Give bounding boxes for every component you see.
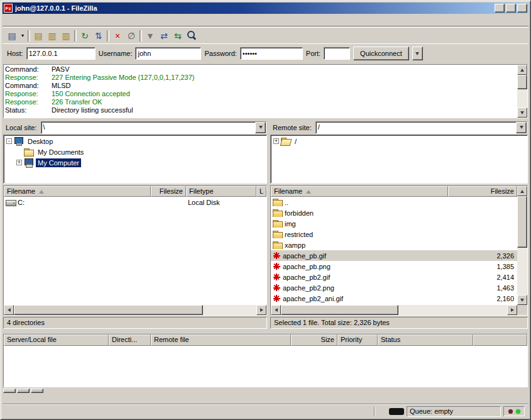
site-manager-icon[interactable]: ▤ [5,29,19,43]
queue-header: Server/Local fileDirecti...Remote fileSi… [4,334,527,346]
toggle-remote-tree-icon[interactable]: ▥ [59,29,73,43]
speed-limit-indicator-icon[interactable] [389,408,404,415]
maximize-button[interactable] [506,4,516,13]
scrollbar-track[interactable] [281,305,507,315]
compare-icon[interactable]: ⇄ [157,29,171,43]
scrollbar-track[interactable] [14,305,256,315]
menu-help[interactable] [63,18,73,22]
log-vertical-scrollbar[interactable] [517,65,527,118]
scrollbar-thumb[interactable] [517,196,527,248]
menu-transfer[interactable] [33,18,43,22]
file-row[interactable]: restricted [271,229,517,240]
tree-item-my-computer[interactable]: + My Computer [4,157,266,168]
password-input[interactable] [240,47,303,60]
local-site-value[interactable]: \ [41,122,255,133]
menu-server[interactable] [43,18,53,22]
column-priority[interactable]: Priority [337,334,378,346]
tree-expander[interactable]: + [273,138,279,144]
scroll-left-button[interactable] [4,305,14,315]
column-last-modified[interactable]: L [256,186,266,197]
refresh-icon[interactable]: ↻ [78,29,92,43]
tab-queued-files[interactable] [3,389,16,393]
menu-view[interactable] [23,18,33,22]
file-row[interactable]: apache_pb2_ani.gif 2,160 [271,293,517,304]
file-row[interactable]: .. [271,197,517,207]
scrollbar-thumb[interactable] [14,305,203,315]
menu-bookmarks[interactable] [53,18,63,22]
local-file-rows: C: Local Disk [4,197,266,305]
remote-vertical-scrollbar[interactable] [517,186,527,305]
quickconnect-button[interactable]: Quickconnect [353,47,409,60]
host-input[interactable] [26,47,96,60]
toggle-local-tree-icon[interactable]: ▥ [45,29,59,43]
title-bar: Fz john@127.0.0.1 - FileZilla [3,3,528,14]
sync-browse-icon[interactable]: ⇆ [171,29,185,43]
port-input[interactable] [324,47,350,60]
tab-successful-transfers[interactable] [31,389,43,393]
username-input[interactable] [135,47,201,60]
remote-site-value[interactable]: / [316,122,516,133]
scrollbar-track[interactable] [517,75,527,108]
scrollbar-thumb[interactable] [517,75,527,89]
file-row[interactable]: apache_pb2.gif 2,414 [271,272,517,282]
local-horizontal-scrollbar[interactable] [4,305,266,315]
quickconnect-dropdown-button[interactable] [412,47,423,60]
scroll-right-button[interactable] [507,305,517,315]
scroll-down-button[interactable] [517,295,527,305]
tree-expander[interactable]: - [6,138,12,144]
menu-file[interactable] [3,18,13,22]
file-row[interactable]: xampp [271,240,517,250]
minimize-button[interactable] [495,4,505,13]
tree-item-desktop[interactable]: - Desktop [4,136,266,146]
remote-site-dropdown-button[interactable] [516,122,527,133]
column-filename[interactable]: Filename [4,186,151,197]
find-icon[interactable] [185,29,199,43]
close-button[interactable] [517,4,527,13]
local-site-dropdown-button[interactable] [255,122,266,133]
file-row[interactable]: apache_pb.gif 2,326 [271,250,517,261]
local-site-combobox[interactable]: \ [41,121,266,134]
tree-expander[interactable]: + [16,160,22,165]
app-icon[interactable]: Fz [4,4,13,13]
column-filename[interactable]: Filename [271,186,448,197]
folder-icon [273,230,283,238]
menu-edit[interactable] [13,18,23,22]
scrollbar-thumb[interactable] [281,305,398,315]
column-filesize[interactable]: Filesize [448,186,517,197]
file-size: 1,385 [448,263,517,270]
process-queue-icon[interactable]: ⇅ [92,29,106,43]
column-status[interactable]: Status [378,334,473,346]
filter-icon[interactable]: ▼ [143,29,157,43]
cancel-icon[interactable]: × [111,29,124,43]
log-line: Status: Directory listing successful [5,106,516,114]
scroll-left-button[interactable] [271,305,281,315]
column-size[interactable]: Size [291,334,337,346]
column-server-local-file[interactable]: Server/Local file [4,334,109,346]
file-name: .. [285,199,288,206]
site-manager-dropdown-icon[interactable]: ▾ [19,29,26,43]
column-filler[interactable] [473,334,527,346]
scrollbar-track[interactable] [517,196,527,295]
remote-site-combobox[interactable]: / [315,121,527,134]
column-remote-file[interactable]: Remote file [151,334,291,346]
file-row[interactable]: C: Local Disk [4,197,266,207]
column-filesize[interactable]: Filesize [151,186,186,197]
tab-failed-transfers[interactable] [17,389,30,393]
local-site-label: Local site: [3,124,41,131]
remote-horizontal-scrollbar[interactable] [271,305,517,315]
file-row[interactable]: apache_pb2.png 1,463 [271,282,517,293]
tree-item-my-documents[interactable]: My Documents [4,146,266,157]
scroll-up-button[interactable] [517,65,527,75]
scroll-right-button[interactable] [256,305,266,315]
file-row[interactable]: img [271,218,517,229]
transfer-type-indicator-icon[interactable] [378,407,386,416]
scroll-down-button[interactable] [517,108,527,118]
scroll-up-button[interactable] [517,186,527,196]
file-row[interactable]: apache_pb.png 1,385 [271,261,517,272]
toggle-message-log-icon[interactable]: ▤ [31,29,45,43]
tree-item-root[interactable]: + / [271,136,527,146]
column-filetype[interactable]: Filetype [186,186,256,197]
column-direction[interactable]: Directi... [109,334,151,346]
disconnect-icon[interactable]: ∅ [124,29,138,43]
file-row[interactable]: forbidden [271,207,517,218]
